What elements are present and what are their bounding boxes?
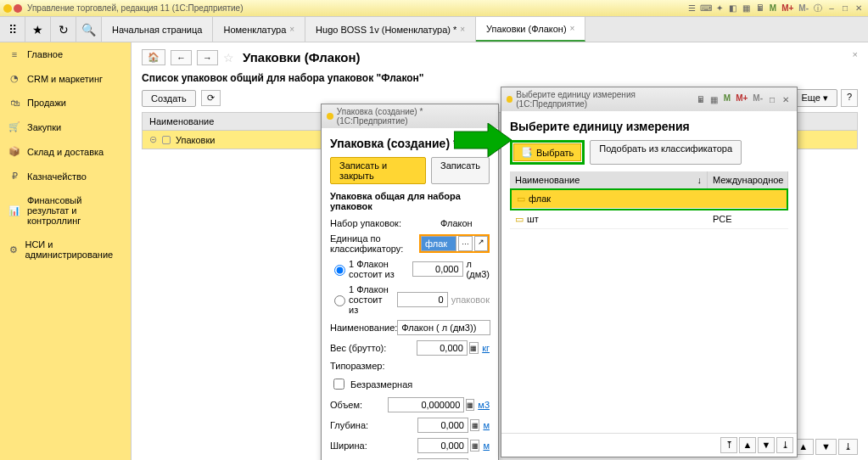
name-input[interactable] [397, 320, 490, 335]
select-button[interactable]: 📑 Выбрать [513, 143, 581, 161]
col-name-header[interactable]: Наименование ↓ [510, 171, 708, 188]
calc-icon[interactable]: 🖩 [754, 3, 766, 14]
sidebar-item-nsi[interactable]: ⚙НСИ и администрирование [0, 233, 131, 266]
close-icon[interactable]: ✕ [853, 3, 865, 14]
sidebar-item-warehouse[interactable]: 📦Склад и доставка [0, 139, 131, 164]
select-icon: 📑 [521, 147, 533, 158]
unit-link[interactable]: м3 [478, 400, 490, 410]
gear-icon: ⚙ [8, 244, 18, 255]
scroll-top-icon[interactable]: ⤒ [720, 437, 737, 453]
close-icon[interactable]: × [570, 24, 575, 33]
radio-consists-liters[interactable] [334, 265, 345, 276]
volume-input[interactable] [388, 397, 464, 412]
unit-label: Единица по классификатору: [330, 233, 419, 254]
close-icon[interactable]: × [289, 25, 294, 34]
unit-link[interactable]: м [483, 440, 490, 451]
highlight-box: ▭флак [510, 188, 788, 210]
volume-label: Объем: [330, 400, 388, 410]
pick-classifier-button[interactable]: Подобрать из классификатора [590, 140, 742, 165]
1c-icon [327, 113, 333, 120]
dropdown-icon[interactable]: … [458, 236, 473, 251]
scroll-up-icon[interactable]: ▲ [739, 437, 756, 453]
box-icon: 📦 [8, 146, 20, 157]
dimless-checkbox[interactable] [333, 379, 344, 390]
qty-input[interactable] [412, 261, 463, 277]
refresh-button[interactable]: ⟳ [201, 90, 221, 106]
tab-nomenclature[interactable]: Номенклатура× [213, 17, 305, 42]
calc-icon[interactable]: ▦ [470, 440, 480, 452]
save-button[interactable]: Записать [431, 157, 490, 184]
scroll-down-icon[interactable]: ▼ [758, 437, 775, 453]
calc-icon[interactable]: ▦ [470, 419, 480, 431]
calc-icon[interactable]: ▦ [469, 342, 479, 354]
mplus-mark[interactable]: M+ [780, 3, 795, 13]
close-icon[interactable]: × [460, 25, 465, 34]
minimize-icon[interactable]: – [826, 3, 837, 14]
unit-link[interactable]: кг [482, 343, 490, 353]
close-icon[interactable]: × [853, 49, 858, 59]
list-title: Список упаковок общий для набора упаково… [142, 72, 858, 84]
scroll-down-icon[interactable]: ▼ [815, 439, 837, 455]
grid-row[interactable]: ▭шт PCE [510, 210, 788, 229]
sidebar-item-crm[interactable]: ◔CRM и маркетинг [0, 66, 131, 91]
tree-arrow-icon: ⊝ [149, 134, 157, 145]
scroll-bottom-icon[interactable]: ⤓ [776, 437, 793, 453]
grid-icon[interactable]: ▦ [708, 93, 720, 105]
sidebar-item-finresult[interactable]: 📊Финансовый результат и контроллинг [0, 188, 131, 233]
titlebar-icon[interactable]: ◧ [727, 3, 739, 14]
tab-hugo[interactable]: Hugo BOSS 1v (Номенклатура) *× [305, 17, 476, 42]
titlebar-icon[interactable]: ✦ [714, 3, 725, 14]
maximize-icon[interactable]: □ [839, 3, 851, 14]
mplus-mark[interactable]: M+ [734, 93, 749, 105]
unit-link[interactable]: м [483, 420, 490, 430]
svg-marker-0 [454, 123, 512, 157]
tab-start[interactable]: Начальная страница [102, 17, 213, 42]
cart-icon: 🛒 [8, 121, 20, 132]
close-icon[interactable]: ✕ [780, 93, 792, 105]
radio-consists-packs[interactable] [334, 295, 345, 306]
titlebar-icon[interactable]: ☰ [686, 3, 698, 14]
info-icon[interactable]: ⓘ [812, 3, 824, 14]
calc-icon[interactable]: ▦ [466, 399, 474, 411]
weight-label: Вес (брутто): [330, 343, 417, 353]
depth-input[interactable] [417, 418, 468, 433]
forward-button[interactable]: → [197, 50, 218, 65]
sidebar-item-main[interactable]: ≡Главное [0, 42, 131, 66]
m-mark[interactable]: M [768, 3, 778, 13]
more-button[interactable]: Еще ▾ [792, 89, 837, 107]
width-input[interactable] [417, 438, 468, 453]
grid-row[interactable]: ▭флак [512, 190, 787, 209]
restore-icon[interactable]: □ [766, 93, 778, 105]
m-mark[interactable]: M [722, 93, 732, 105]
app-titlebar: Управление торговлей, редакция 11 (1С:Пр… [0, 0, 868, 17]
star-icon[interactable]: ☆ [223, 51, 234, 65]
titlebar-icon[interactable]: ▦ [741, 3, 753, 14]
help-button[interactable]: ? [841, 89, 858, 107]
col-intl-header[interactable]: Международное [708, 171, 788, 188]
tab-packaging[interactable]: Упаковки (Флакон)× [476, 17, 585, 42]
weight-input[interactable] [417, 340, 468, 356]
back-button[interactable]: ← [171, 50, 192, 65]
qty-input[interactable] [397, 292, 448, 307]
history-icon[interactable]: ↻ [51, 17, 76, 42]
sidebar-item-treasury[interactable]: ₽Казначейство [0, 164, 131, 188]
search-icon[interactable]: 🔍 [76, 17, 102, 42]
scroll-bottom-icon[interactable]: ⤓ [838, 439, 858, 455]
mminus-mark[interactable]: M- [797, 3, 810, 13]
set-label: Набор упаковок: [330, 218, 440, 228]
sidebar-item-purchase[interactable]: 🛒Закупки [0, 115, 131, 139]
row-label: Упаковки [176, 135, 215, 145]
unit-input[interactable] [421, 236, 456, 251]
home-button[interactable]: 🏠 [142, 49, 165, 65]
open-icon[interactable]: ↗ [474, 236, 488, 251]
sidebar-item-sales[interactable]: 🛍Продажи [0, 91, 131, 115]
sidebar: ≡Главное ◔CRM и маркетинг 🛍Продажи 🛒Заку… [0, 42, 132, 460]
mminus-mark[interactable]: M- [751, 93, 764, 105]
apps-icon[interactable]: ⠿ [0, 17, 25, 42]
titlebar-icon[interactable]: ⌨ [700, 3, 712, 14]
save-close-button[interactable]: Записать и закрыть [330, 157, 426, 184]
dialog-subheading: Упаковка общая для набора упаковок [330, 191, 490, 211]
create-button[interactable]: Создать [142, 90, 196, 107]
calc-icon[interactable]: 🖩 [695, 93, 707, 105]
star-icon[interactable]: ★ [25, 17, 51, 42]
